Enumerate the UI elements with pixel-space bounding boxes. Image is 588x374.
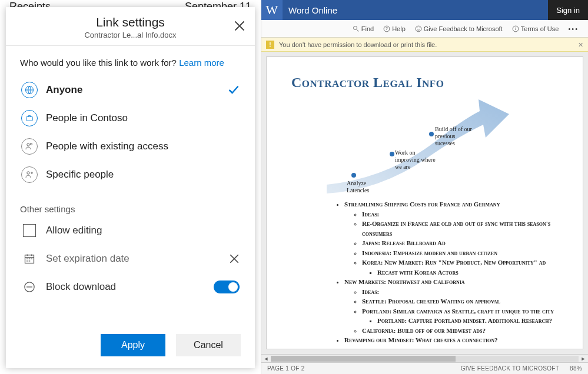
option-label: People in Contoso	[46, 112, 240, 124]
help-icon: ?	[383, 25, 390, 32]
dismiss-warning-icon[interactable]: ✕	[578, 41, 583, 49]
list-item: Japan: Release Billboard Ad	[362, 238, 558, 248]
learn-more-link[interactable]: Learn more	[179, 58, 224, 68]
arrow-diagram: Analyze Latencies Work on improving wher…	[291, 96, 558, 199]
list-item: Indonesia: Emphasize modern and urban ci…	[362, 248, 558, 258]
page-indicator: Page 1 of 2	[267, 365, 305, 372]
status-feedback-link[interactable]: Give Feedback to Microsoft	[461, 365, 559, 372]
more-button[interactable]: •••	[563, 25, 583, 32]
link-audience-question: Who would you like this link to work for…	[20, 58, 241, 68]
dialog-subtitle: Contractor Le...al Info.docx	[6, 31, 255, 39]
list-item: Korea: New Market: Run "New Product, New…	[362, 258, 558, 268]
word-toolbar: Find ? Help Give Feedback to Microsoft i…	[261, 20, 588, 38]
list-item: Streamlining Shipping Costs for France a…	[344, 199, 558, 209]
allow-editing-label: Allow editing	[46, 225, 240, 236]
link-settings-dialog: Link settings Contractor Le...al Info.do…	[6, 7, 255, 368]
zoom-level[interactable]: 88%	[570, 365, 582, 372]
list-item: Portland: Similar campaign as Seattle, c…	[362, 306, 558, 316]
word-online-window: W Word Online Sign in Find ? Help Give F…	[261, 0, 588, 374]
diagram-node-2: Work on improving where we are	[395, 149, 436, 171]
option-label: Specific people	[46, 169, 240, 181]
check-icon	[228, 84, 240, 96]
diagram-node-1: Analyze Latencies	[347, 180, 388, 194]
option-label: Anyone	[46, 84, 228, 96]
terms-button[interactable]: i Terms of Use	[507, 25, 564, 32]
clear-expiration-icon[interactable]	[229, 253, 240, 264]
list-item: Portland: Capture Portland mindset. Addi…	[377, 316, 558, 326]
option-existing-access[interactable]: People with existing access	[20, 132, 241, 161]
permission-warning: ! You don't have permission to download …	[261, 38, 588, 52]
list-item: New Markets: Northwest and California	[344, 277, 558, 287]
block-download-row: Block download	[20, 273, 241, 301]
document-bullets: Streamlining Shipping Costs for France a…	[291, 199, 558, 345]
document-canvas[interactable]: Contractor Legal Info Analyze Latencies …	[261, 52, 588, 354]
svg-point-2	[27, 143, 29, 146]
word-titlebar: W Word Online Sign in	[261, 0, 588, 20]
find-button[interactable]: Find	[348, 25, 378, 32]
status-bar: Page 1 of 2 Give Feedback to Microsoft 8…	[261, 362, 588, 374]
warning-text: You don't have permission to download or…	[279, 41, 437, 48]
horizontal-scrollbar[interactable]: ◄ ►	[261, 354, 588, 362]
svg-point-3	[30, 143, 32, 145]
svg-point-12	[419, 27, 420, 28]
document-title: Contractor Legal Info	[291, 75, 558, 91]
expiration-label: Set expiration date	[46, 253, 229, 265]
list-item: California: Build off of our Midwest ads…	[362, 326, 558, 336]
checkbox-icon[interactable]	[21, 222, 38, 239]
svg-text:i: i	[515, 26, 516, 31]
option-people-in-org[interactable]: People in Contoso	[20, 104, 241, 132]
option-label: People with existing access	[46, 141, 240, 152]
warning-icon: !	[266, 41, 274, 49]
block-icon	[21, 279, 38, 295]
sign-in-button[interactable]: Sign in	[548, 0, 588, 20]
svg-point-11	[417, 27, 417, 28]
info-icon: i	[512, 25, 519, 32]
allow-editing-row[interactable]: Allow editing	[20, 216, 241, 245]
calendar-icon	[21, 251, 38, 267]
list-item: Revamping our Mindset: What creates a co…	[344, 335, 558, 345]
close-icon[interactable]	[234, 20, 245, 32]
diagram-node-3: Build off of our previous sucesses	[435, 126, 476, 147]
svg-rect-1	[26, 116, 33, 121]
feedback-button[interactable]: Give Feedback to Microsoft	[410, 25, 507, 32]
help-button[interactable]: ? Help	[378, 25, 410, 32]
document-page: Contractor Legal Info Analyze Latencies …	[266, 56, 583, 349]
block-download-label: Block download	[46, 281, 214, 293]
people-plus-icon	[21, 166, 38, 183]
app-name: Word Online	[288, 5, 337, 15]
option-specific-people[interactable]: Specific people	[20, 161, 241, 189]
smile-icon	[415, 25, 422, 32]
svg-point-4	[27, 172, 29, 174]
block-download-toggle[interactable]	[214, 280, 240, 293]
search-icon	[353, 25, 360, 32]
list-item: Ideas:	[362, 287, 558, 297]
word-logo-icon: W	[261, 0, 283, 20]
scroll-right-icon[interactable]: ►	[580, 356, 587, 362]
expiration-row[interactable]: Set expiration date	[20, 245, 241, 273]
list-item: Recast with Korean Actors	[377, 268, 558, 278]
list-item: Seattle: Proposal created Waiting on app…	[362, 296, 558, 306]
option-anyone[interactable]: Anyone	[20, 76, 241, 104]
svg-point-10	[416, 26, 421, 32]
other-settings-heading: Other settings	[20, 204, 241, 214]
list-item: Ideas:	[362, 209, 558, 219]
link-options-list: Anyone People in Contoso People with ex	[20, 76, 241, 189]
people-lock-icon	[21, 138, 38, 155]
cancel-button[interactable]: Cancel	[176, 334, 241, 356]
apply-button[interactable]: Apply	[101, 334, 165, 356]
briefcase-icon	[21, 110, 38, 126]
globe-icon	[21, 82, 38, 98]
list-item: Re-Organize in France are old and out of…	[362, 219, 558, 238]
dialog-title: Link settings	[6, 15, 255, 29]
scroll-left-icon[interactable]: ◄	[263, 356, 270, 362]
svg-text:?: ?	[386, 26, 388, 31]
svg-point-7	[353, 26, 357, 29]
scroll-thumb[interactable]	[271, 356, 456, 362]
